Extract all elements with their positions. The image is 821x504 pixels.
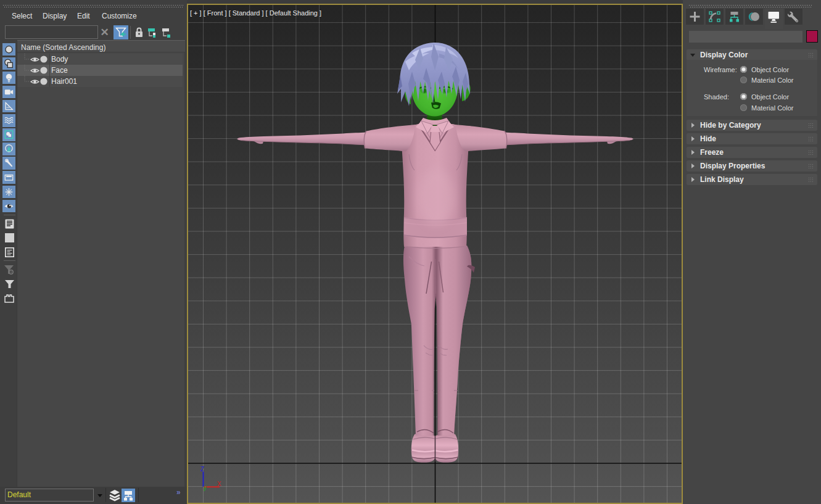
svg-text:Z: Z: [200, 466, 204, 473]
svg-text:y: y: [204, 484, 207, 491]
svg-text:X: X: [217, 481, 221, 487]
